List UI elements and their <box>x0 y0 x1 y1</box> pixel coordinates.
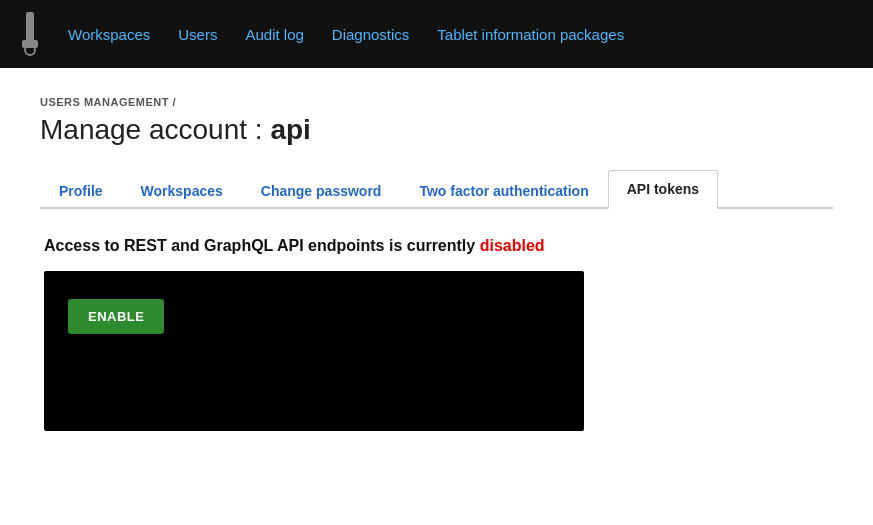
nav-link-users[interactable]: Users <box>178 26 217 43</box>
tab-change-password[interactable]: Change password <box>242 172 401 209</box>
tab-api-tokens[interactable]: API tokens <box>608 170 718 209</box>
tab-bar: Profile Workspaces Change password Two f… <box>40 170 833 209</box>
tab-profile[interactable]: Profile <box>40 172 122 209</box>
nav-links: Workspaces Users Audit log Diagnostics T… <box>68 26 624 43</box>
tab-two-factor[interactable]: Two factor authentication <box>400 172 607 209</box>
tab-workspaces[interactable]: Workspaces <box>122 172 242 209</box>
api-status-word: disabled <box>480 237 545 254</box>
api-status-text: Access to REST and GraphQL API endpoints… <box>44 237 829 255</box>
api-tokens-section: Access to REST and GraphQL API endpoints… <box>40 237 833 431</box>
nav-link-audit-log[interactable]: Audit log <box>245 26 303 43</box>
page-title-prefix: Manage account : <box>40 114 263 145</box>
top-navigation: Workspaces Users Audit log Diagnostics T… <box>0 0 873 68</box>
svg-rect-0 <box>26 12 34 44</box>
page-title-account: api <box>270 114 310 145</box>
api-box: ENABLE <box>44 271 584 431</box>
api-status-prefix: Access to REST and GraphQL API endpoints… <box>44 237 475 254</box>
nav-link-tablet-info[interactable]: Tablet information packages <box>437 26 624 43</box>
breadcrumb: USERS MANAGEMENT / <box>40 96 833 108</box>
main-content: USERS MANAGEMENT / Manage account : api … <box>0 68 873 431</box>
enable-button[interactable]: ENABLE <box>68 299 164 334</box>
app-logo <box>16 12 44 56</box>
nav-link-workspaces[interactable]: Workspaces <box>68 26 150 43</box>
page-title: Manage account : api <box>40 114 833 146</box>
nav-link-diagnostics[interactable]: Diagnostics <box>332 26 410 43</box>
